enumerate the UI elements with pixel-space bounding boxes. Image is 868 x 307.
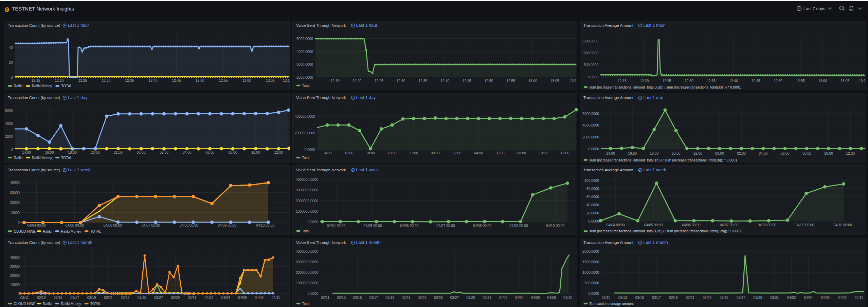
- svg-text:3000.0000: 3000.0000: [296, 63, 313, 66]
- svg-text:20: 20: [9, 61, 13, 64]
- svg-text:2000000.0000: 2000000.0000: [296, 199, 318, 203]
- svg-text:13:05: 13:05: [266, 79, 275, 82]
- svg-text:Last 1 month: Last 1 month: [68, 240, 92, 245]
- svg-text:03/15: 03/15: [635, 296, 644, 300]
- svg-text:04/10 00:00: 04/10 00:00: [546, 224, 565, 228]
- svg-text:06:00: 06:00: [205, 151, 214, 154]
- svg-text:4000000.0000: 4000000.0000: [296, 250, 318, 253]
- svg-text:20:00: 20:00: [91, 151, 100, 154]
- svg-text:02:00: 02:00: [737, 152, 746, 155]
- svg-text:Transaction Count (by source): Transaction Count (by source): [8, 23, 60, 27]
- svg-text:200000.0000: 200000.0000: [295, 131, 315, 135]
- svg-text:12:50: 12:50: [485, 79, 493, 83]
- svg-text:03/11: 03/11: [321, 296, 329, 300]
- svg-text:08:00: 08:00: [229, 151, 237, 154]
- svg-text:Transaction Count (by source): Transaction Count (by source): [8, 241, 60, 245]
- svg-text:2000.0000: 2000.0000: [582, 135, 599, 139]
- svg-text:03/27: 03/27: [154, 296, 163, 300]
- svg-text:12:40: 12:40: [149, 79, 158, 82]
- svg-text:04/06 00:00: 04/06 00:00: [104, 224, 122, 227]
- svg-text:12:35: 12:35: [125, 79, 134, 82]
- svg-text:1000.0000: 1000.0000: [582, 271, 599, 274]
- svg-text:12:00: 12:00: [560, 151, 569, 155]
- svg-text:04/07 00:00: 04/07 00:00: [436, 224, 455, 228]
- svg-text:Value Sent Through Network: Value Sent Through Network: [296, 96, 346, 100]
- svg-text:03/17: 03/17: [652, 296, 661, 300]
- svg-text:Rafiki Money: Rafiki Money: [32, 84, 52, 88]
- svg-text:Last 1 day: Last 1 day: [644, 95, 663, 100]
- svg-text:03/11: 03/11: [601, 296, 610, 300]
- svg-text:20000: 20000: [10, 201, 20, 205]
- svg-text:03/15: 03/15: [353, 296, 362, 300]
- svg-text:06:00: 06:00: [781, 152, 790, 155]
- svg-text:12:25: 12:25: [375, 79, 383, 83]
- svg-text:00:00: 00:00: [715, 152, 724, 155]
- svg-text:03/23: 03/23: [703, 296, 711, 300]
- svg-text:Last 1 month: Last 1 month: [644, 240, 668, 245]
- svg-text:13:00: 13:00: [818, 79, 827, 83]
- svg-text:12:45: 12:45: [752, 79, 760, 83]
- svg-text:04/10: 04/10: [272, 296, 281, 300]
- svg-text:10000: 10000: [10, 283, 20, 287]
- svg-text:Last 1 hour: Last 1 hour: [644, 23, 665, 28]
- svg-text:04:00: 04:00: [183, 151, 192, 154]
- svg-text:30000: 30000: [10, 191, 20, 195]
- svg-text:0: 0: [11, 76, 13, 79]
- svg-text:Last 1 week: Last 1 week: [356, 168, 379, 172]
- svg-text:02:00: 02:00: [160, 151, 168, 154]
- svg-text:04/05 00:00: 04/05 00:00: [644, 223, 663, 227]
- svg-text:03/23: 03/23: [418, 296, 427, 300]
- svg-text:2000.0000: 2000.0000: [296, 76, 313, 79]
- svg-text:03/19: 03/19: [669, 296, 678, 300]
- svg-text:Value Sent Through Network: Value Sent Through Network: [296, 241, 346, 245]
- svg-text:04/10: 04/10: [855, 296, 864, 300]
- svg-text:04/06: 04/06: [821, 296, 830, 300]
- svg-text:04/09 00:00: 04/09 00:00: [509, 224, 528, 228]
- svg-text:12:15: 12:15: [618, 79, 627, 83]
- svg-text:04/04 00:00: 04/04 00:00: [27, 224, 46, 227]
- svg-text:12:30: 12:30: [102, 79, 111, 82]
- svg-text:03/13: 03/13: [337, 296, 346, 300]
- svg-text:20:00: 20:00: [388, 151, 397, 155]
- svg-text:Last 1 day: Last 1 day: [356, 95, 376, 100]
- svg-text:03/17: 03/17: [369, 296, 378, 300]
- svg-text:Last 1 month: Last 1 month: [356, 240, 381, 245]
- svg-text:04/07 00:00: 04/07 00:00: [720, 223, 739, 227]
- svg-text:04/08: 04/08: [838, 296, 847, 300]
- svg-text:22:00: 22:00: [693, 152, 702, 155]
- svg-text:16:00: 16:00: [628, 152, 637, 155]
- svg-text:03/31: 03/31: [483, 296, 491, 300]
- svg-text:08:00: 08:00: [802, 152, 811, 155]
- svg-text:13:05: 13:05: [550, 79, 559, 83]
- svg-text:03/15: 03/15: [54, 296, 62, 300]
- svg-text:10000: 10000: [10, 211, 20, 215]
- svg-text:04/07 00:00: 04/07 00:00: [142, 224, 160, 227]
- svg-text:12:35: 12:35: [707, 79, 716, 83]
- svg-text:12:45: 12:45: [172, 79, 181, 82]
- svg-text:12:55: 12:55: [796, 79, 805, 83]
- svg-text:10:00: 10:00: [251, 151, 260, 154]
- svg-text:04/06: 04/06: [238, 296, 247, 300]
- svg-text:60.0000: 60.0000: [586, 195, 599, 199]
- svg-text:Last 7 days: Last 7 days: [803, 6, 825, 11]
- svg-text:CLOUD-NINE: CLOUD-NINE: [14, 230, 36, 233]
- svg-text:TOTAL: TOTAL: [90, 302, 102, 306]
- svg-text:04/08 00:00: 04/08 00:00: [473, 224, 492, 228]
- svg-text:Transaction Average Amount: Transaction Average Amount: [583, 23, 634, 27]
- svg-text:1000000.0000: 1000000.0000: [296, 210, 318, 213]
- svg-text:Transaction Average Amount: Transaction Average Amount: [583, 168, 634, 172]
- svg-text:03/21: 03/21: [686, 296, 695, 300]
- svg-text:1000000.0000: 1000000.0000: [296, 281, 318, 285]
- svg-text:00:00: 00:00: [137, 151, 146, 154]
- svg-text:10:00: 10:00: [824, 152, 833, 155]
- svg-text:04/10 00:00: 04/10 00:00: [256, 224, 274, 227]
- svg-text:2000: 2000: [5, 135, 13, 138]
- svg-text:2000000.0000: 2000000.0000: [296, 271, 318, 274]
- svg-text:13:05: 13:05: [840, 79, 849, 83]
- svg-text:04/09 00:00: 04/09 00:00: [796, 223, 814, 227]
- svg-text:TOTAL: TOTAL: [90, 230, 102, 233]
- svg-text:6000: 6000: [5, 109, 13, 113]
- svg-text:40.0000: 40.0000: [586, 203, 599, 207]
- svg-text:20:00: 20:00: [672, 152, 681, 155]
- svg-text:12:15: 12:15: [31, 79, 40, 82]
